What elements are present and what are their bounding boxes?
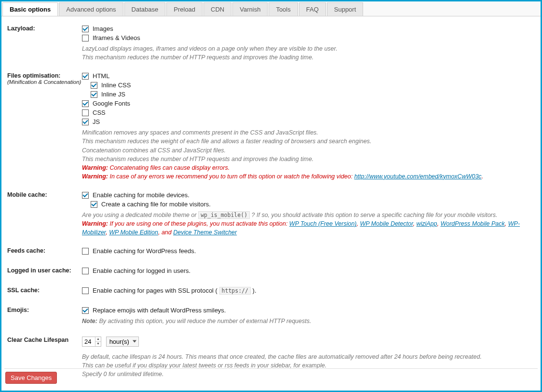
tab-basic-options[interactable]: Basic options	[2, 2, 58, 16]
basic-options-panel: Lazyload: Images Iframes & Videos LazyLo…	[1, 16, 541, 392]
label-emojis: Emojis:	[7, 307, 82, 313]
checkbox-inline-js[interactable]	[91, 91, 97, 98]
separator	[4, 368, 538, 369]
checkbox-html[interactable]	[82, 73, 89, 80]
tab-cdn[interactable]: CDN	[203, 2, 231, 16]
lazyload-desc2: This mechanism reduces the number of HTT…	[82, 53, 538, 62]
opt-mobile-file-label: Create a caching file for mobile visitor…	[101, 201, 211, 208]
plugin-link[interactable]: WP Touch (Free Version)	[289, 220, 357, 227]
label-lifespan: Clear Cache Lifespan	[7, 337, 82, 343]
opt-mobile-enable-label: Enable caching for mobile devices.	[93, 191, 190, 199]
lifespan-d1: By default, cache lifespan is 24 hours. …	[82, 352, 538, 361]
checkbox-images[interactable]	[82, 26, 89, 32]
tab-advanced-options[interactable]: Advanced options	[59, 2, 123, 16]
tab-faq[interactable]: FAQ	[299, 2, 326, 16]
tab-tools[interactable]: Tools	[269, 2, 298, 16]
checkbox-mobile-enable[interactable]	[82, 192, 89, 199]
plugin-link[interactable]: WP Mobile Edition	[109, 229, 158, 236]
opt-emojis-label: Replace emojis with default WordPress sm…	[93, 307, 226, 314]
checkbox-js[interactable]	[82, 119, 89, 125]
opt-iframes-label: Iframes & Videos	[93, 34, 140, 41]
lifespan-d3: Specify 0 for unlimited lifetime.	[82, 370, 538, 378]
tab-varnish[interactable]: Varnish	[232, 2, 268, 16]
files-d3: Concatenation combines all CSS and JavaS…	[82, 146, 538, 155]
label-lazyload: Lazyload:	[7, 25, 82, 32]
files-d2: This mechanism reduces the weight of eac…	[82, 137, 538, 146]
save-button[interactable]: Save Changes	[5, 372, 57, 384]
plugin-link[interactable]: Device Theme Switcher	[173, 229, 237, 236]
files-d1: Minification removes any spaces and comm…	[82, 128, 538, 137]
plugin-link[interactable]: WP Mobile Detector	[360, 220, 413, 227]
mobile-warning: Warning: If you are using one of these p…	[82, 219, 538, 237]
opt-inline-css-label: Inline CSS	[101, 81, 131, 89]
checkbox-feeds[interactable]	[82, 248, 89, 255]
tab-database[interactable]: Database	[124, 2, 166, 16]
opt-images-label: Images	[93, 25, 113, 32]
lifespan-unit[interactable]: hour(s)	[106, 337, 139, 347]
checkbox-ssl[interactable]	[82, 287, 89, 294]
opt-inline-js-label: Inline JS	[101, 91, 125, 98]
checkbox-mobile-file[interactable]	[91, 201, 97, 208]
video-link[interactable]: http://www.youtube.com/embed/kymoxCwW03c	[354, 173, 482, 180]
label-ssl: SSL cache:	[7, 287, 82, 294]
files-d4: This mechanism reduces the number of HTT…	[82, 155, 538, 163]
opt-feeds-label: Enable caching for WordPress feeds.	[93, 247, 196, 255]
plugin-link[interactable]: wiziApp	[416, 220, 437, 227]
checkbox-iframes[interactable]	[82, 35, 89, 41]
opt-ssl-label: Enable caching for pages with SSL protoc…	[93, 287, 257, 294]
label-logged: Logged in user cache:	[7, 267, 82, 274]
mobile-desc: Are you using a dedicated mobile theme o…	[82, 211, 538, 219]
opt-html-label: HTML	[93, 72, 109, 80]
opt-google-fonts-label: Google Fonts	[93, 100, 130, 107]
checkbox-logged[interactable]	[82, 268, 89, 274]
checkbox-css[interactable]	[82, 109, 89, 116]
opt-js-label: JS	[93, 118, 100, 125]
label-feeds: Feeds cache:	[7, 247, 82, 254]
label-mobile: Mobile cache:	[7, 191, 82, 198]
plugin-link[interactable]: WordPress Mobile Pack	[440, 220, 504, 227]
checkbox-inline-css[interactable]	[91, 82, 97, 89]
tab-bar: Basic optionsAdvanced optionsDatabasePre…	[1, 1, 541, 16]
tab-preload[interactable]: Preload	[166, 2, 203, 16]
label-files: Files optimisation: (Minification & Conc…	[7, 72, 82, 85]
opt-logged-label: Enable caching for logged in users.	[93, 267, 190, 274]
opt-css-label: CSS	[93, 109, 106, 116]
number-stepper[interactable]: ▲▼	[95, 337, 101, 346]
tab-support[interactable]: Support	[327, 2, 364, 16]
checkbox-google-fonts[interactable]	[82, 100, 89, 107]
checkbox-emojis[interactable]	[82, 307, 89, 314]
lazyload-desc1: LazyLoad displays images, iframes and vi…	[82, 44, 538, 53]
